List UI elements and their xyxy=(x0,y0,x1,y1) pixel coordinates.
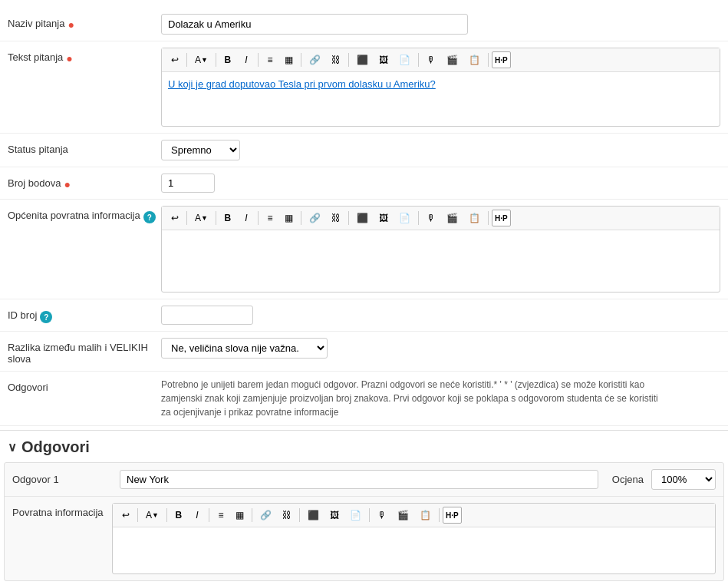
odgovori-info-control: Potrebno je unijeti barem jedan mogući o… xyxy=(161,378,720,419)
odgovor1-toolbar-italic[interactable]: I xyxy=(189,507,206,524)
tekst-text-segment1: U koji je grad doputovao Tesla pri prvom… xyxy=(168,78,436,90)
opcenita-editor: ↩ A▼ B I ≡ ▦ 🔗 ⛓ ⬛ 🖼 📄 xyxy=(161,206,720,292)
odgovor1-toolbar-unlink[interactable]: ⛓ xyxy=(278,507,296,524)
sep3 xyxy=(258,53,259,67)
sep6 xyxy=(418,53,419,67)
odgovor1-ocjena-select[interactable]: 100% 90% 80% 70% 60% 50% 0% xyxy=(651,469,716,490)
font-arrow: ▼ xyxy=(201,56,208,64)
opcenita-toolbar-hp[interactable]: H·P xyxy=(492,210,511,226)
opcenita-toolbar-link[interactable]: 🔗 xyxy=(305,210,325,226)
tekst-control: ↩ A▼ B I ≡ ▦ 🔗 ⛓ ⬛ 🖼 📄 xyxy=(161,48,720,127)
odgovor1-editor-container: ↩ A▼ B I ≡ ▦ 🔗 ⛓ ⬛ 🖼 xyxy=(112,503,716,574)
odgovor1-toolbar-link[interactable]: 🔗 xyxy=(255,507,276,524)
sep7 xyxy=(488,53,489,67)
toolbar-list-ol[interactable]: ▦ xyxy=(280,51,298,68)
sep4 xyxy=(301,53,301,67)
opcenita-toolbar-file[interactable]: 📄 xyxy=(394,210,415,226)
opcenita-toolbar-undo[interactable]: ↩ xyxy=(166,210,183,226)
toolbar-link[interactable]: 🔗 xyxy=(305,51,325,68)
main-form: Naziv pitanja ● Tekst pitanja ● ↩ A▼ B I xyxy=(0,0,728,585)
odgovor1-row: Odgovor 1 Ocjena 100% 90% 80% 70% 60% 50… xyxy=(5,463,723,497)
odgovor1-toolbar-undo[interactable]: ↩ xyxy=(117,507,134,524)
opcenita-toolbar: ↩ A▼ B I ≡ ▦ 🔗 ⛓ ⬛ 🖼 📄 xyxy=(162,207,720,230)
odgovor1-input[interactable] xyxy=(120,470,598,489)
chevron-down-icon[interactable]: ∨ xyxy=(8,440,17,454)
opcenita-control: ↩ A▼ B I ≡ ▦ 🔗 ⛓ ⬛ 🖼 📄 xyxy=(161,206,720,292)
opcenita-toolbar-img2[interactable]: 🖼 xyxy=(374,210,393,226)
odgovor1-toolbar-img1[interactable]: ⬛ xyxy=(303,507,324,524)
odgovori-info-row: Odgovori Potrebno je unijeti barem jedan… xyxy=(0,372,728,426)
toolbar-media[interactable]: 📋 xyxy=(464,51,485,68)
toolbar-hp[interactable]: H·P xyxy=(492,51,511,68)
opcenita-info-icon: ? xyxy=(143,211,156,223)
id-label: ID broj ? xyxy=(8,306,161,323)
toolbar-font[interactable]: A▼ xyxy=(190,51,212,68)
sep-a1-4 xyxy=(252,508,252,522)
sep-o2 xyxy=(216,211,216,225)
toolbar-undo[interactable]: ↩ xyxy=(166,51,183,68)
opcenita-toolbar-unlink[interactable]: ⛓ xyxy=(327,210,345,226)
opcenita-editor-content[interactable] xyxy=(162,230,720,292)
opcenita-toolbar-list-ul[interactable]: ≡ xyxy=(262,210,278,226)
odgovor1-toolbar-media[interactable]: 📋 xyxy=(415,507,436,524)
bodovi-control xyxy=(161,174,720,193)
naziv-required-icon: ● xyxy=(68,18,74,31)
toolbar-img2[interactable]: 🖼 xyxy=(374,51,393,68)
sep-a1-7 xyxy=(439,508,440,522)
odgovori-info-label-text: Odgovori xyxy=(8,382,48,393)
toolbar-bold[interactable]: B xyxy=(219,51,236,68)
sep-a1-2 xyxy=(166,508,167,522)
status-select[interactable]: Spremno U izradi xyxy=(161,140,240,160)
id-input[interactable] xyxy=(161,306,253,325)
odgovori-info-text: Potrebno je unijeti barem jedan mogući o… xyxy=(161,378,667,419)
opcenita-toolbar-media[interactable]: 📋 xyxy=(464,210,485,226)
odgovor1-toolbar: ↩ A▼ B I ≡ ▦ 🔗 ⛓ ⬛ 🖼 xyxy=(113,504,715,527)
odgovor1-toolbar-list-ol[interactable]: ▦ xyxy=(231,507,249,524)
sep5 xyxy=(348,53,349,67)
opcenita-toolbar-list-ol[interactable]: ▦ xyxy=(280,210,298,226)
toolbar-img1[interactable]: ⬛ xyxy=(352,51,373,68)
sep1 xyxy=(186,53,187,67)
toolbar-list-ul[interactable]: ≡ xyxy=(262,51,278,68)
opcenita-font-arrow: ▼ xyxy=(201,214,208,222)
id-row: ID broj ? xyxy=(0,299,728,332)
bodovi-label-text: Broj bodova xyxy=(8,177,61,189)
toolbar-file[interactable]: 📄 xyxy=(394,51,415,68)
razlika-row: Razlika između malih i VELIKIH slova Ne,… xyxy=(0,332,728,372)
opcenita-toolbar-italic[interactable]: I xyxy=(238,210,255,226)
opcenita-row: Općenita povratna informacija ? ↩ A▼ B I… xyxy=(0,200,728,299)
sep-o5 xyxy=(348,211,349,225)
tekst-required-icon: ● xyxy=(66,52,72,64)
opcenita-toolbar-font[interactable]: A▼ xyxy=(190,210,212,226)
tekst-editor-content[interactable]: U koji je grad doputovao Tesla pri prvom… xyxy=(162,72,720,126)
opcenita-label: Općenita povratna informacija ? xyxy=(8,206,161,223)
odgovor1-toolbar-audio[interactable]: 🎙 xyxy=(373,507,391,524)
odgovor1-toolbar-hp[interactable]: H·P xyxy=(443,507,462,524)
opcenita-label-text: Općenita povratna informacija xyxy=(8,210,140,221)
toolbar-unlink[interactable]: ⛓ xyxy=(327,51,345,68)
status-row: Status pitanja Spremno U izradi xyxy=(0,134,728,167)
toolbar-audio[interactable]: 🎙 xyxy=(422,51,440,68)
id-control xyxy=(161,306,720,325)
odgovor1-toolbar-img2[interactable]: 🖼 xyxy=(325,507,344,524)
odgovori-section-header: ∨ Odgovori xyxy=(0,430,728,462)
odgovor1-toolbar-video[interactable]: 🎬 xyxy=(393,507,413,524)
toolbar-italic[interactable]: I xyxy=(238,51,255,68)
odgovor1-toolbar-list-ul[interactable]: ≡ xyxy=(212,507,229,524)
opcenita-toolbar-audio[interactable]: 🎙 xyxy=(422,210,440,226)
odgovor1-toolbar-file[interactable]: 📄 xyxy=(345,507,366,524)
toolbar-video[interactable]: 🎬 xyxy=(442,51,463,68)
odgovor1-toolbar-bold[interactable]: B xyxy=(170,507,187,524)
odgovor1-toolbar-font[interactable]: A▼ xyxy=(141,507,163,524)
odgovor1-editor-content[interactable] xyxy=(113,527,715,573)
bodovi-input[interactable] xyxy=(161,174,215,193)
naziv-input[interactable] xyxy=(161,14,468,35)
opcenita-font-a: A xyxy=(195,213,201,223)
razlika-select[interactable]: Ne, veličina slova nije važna. Da, velič… xyxy=(161,338,328,359)
bodovi-label: Broj bodova ● xyxy=(8,174,161,190)
opcenita-toolbar-video[interactable]: 🎬 xyxy=(442,210,463,226)
sep-o4 xyxy=(301,211,301,225)
opcenita-toolbar-bold[interactable]: B xyxy=(219,210,236,226)
opcenita-toolbar-img1[interactable]: ⬛ xyxy=(352,210,373,226)
odgovor1-feedback-row: Povratna informacija ↩ A▼ B I ≡ ▦ xyxy=(5,497,723,580)
